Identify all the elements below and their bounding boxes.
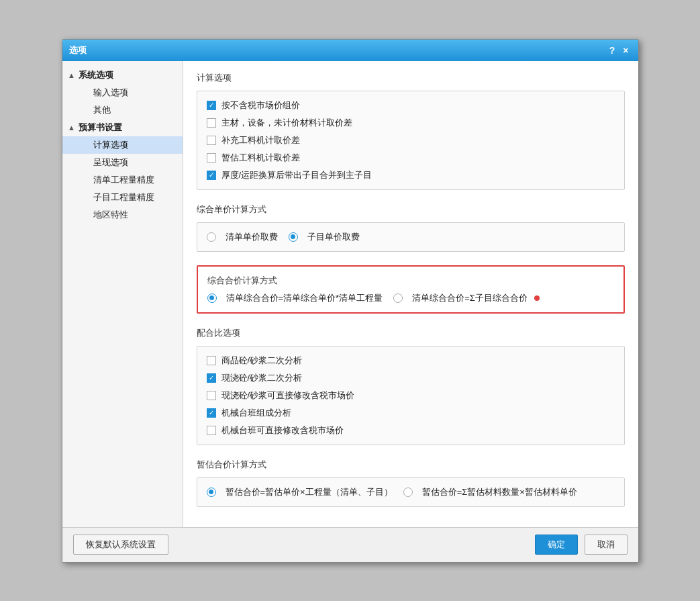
title-bar: 选项 ? × <box>62 40 638 61</box>
checkbox-tax-free-price[interactable] <box>207 101 216 110</box>
sidebar-label-calc-options: 计算选项 <box>93 139 128 151</box>
prov-radio-label-prov-formula1: 暂估合价=暂估单价×工程量（清单、子目） <box>226 486 393 498</box>
mix-checkbox-site-concrete[interactable] <box>207 373 216 383</box>
radio-label-sub-unit-price: 子目单价取费 <box>307 231 360 243</box>
radio-label-total-formula1: 清单综合合价=清单综合单价*清单工程量 <box>226 292 383 304</box>
sidebar: ▲系统选项输入选项其他▲预算书设置计算选项呈现选项清单工程量精度子目工程量精度地… <box>62 61 183 527</box>
sidebar-item-calc-options[interactable]: 计算选项 <box>62 136 183 154</box>
ok-button[interactable]: 确定 <box>535 535 578 555</box>
radio-list-unit-price[interactable] <box>207 232 216 242</box>
tree-arrow-budget-settings: ▲ <box>68 124 76 132</box>
radio-total-formula2[interactable] <box>393 293 403 303</box>
checkbox-row-supplement-diff[interactable]: 补充工料机计取价差 <box>207 134 615 146</box>
unit-price-box: 清单单价取费子目单价取费 <box>197 222 625 252</box>
sidebar-item-list-qty-precision[interactable]: 清单工程量精度 <box>62 171 183 189</box>
checkbox-row-main-material-diff[interactable]: 主材，设备，未计价材料计取价差 <box>207 117 615 129</box>
provisional-title: 暂估合价计算方式 <box>197 459 625 471</box>
help-button[interactable]: ? <box>607 45 618 56</box>
mix-checkbox-commercial-concrete[interactable] <box>207 356 216 365</box>
unit-price-radios: 清单单价取费子目单价取费 <box>207 231 615 243</box>
checkbox-row-tax-free-price[interactable]: 按不含税市场价组价 <box>207 99 615 111</box>
radio-item-total-formula1[interactable]: 清单综合合价=清单综合单价*清单工程量 <box>207 292 383 304</box>
calc-options-section: 计算选项 按不含税市场价组价主材，设备，未计价材料计取价差补充工料机计取价差暂估… <box>197 72 625 190</box>
cancel-button[interactable]: 取消 <box>585 535 628 555</box>
sidebar-label-budget-settings: 预算书设置 <box>79 122 122 134</box>
close-button[interactable]: × <box>620 45 631 56</box>
mix-checkbox-label-site-concrete: 现浇砼/砂浆二次分析 <box>221 372 303 384</box>
mix-checkbox-label-site-modify: 现浇砼/砂浆可直接修改含税市场价 <box>221 389 355 402</box>
prov-radio-item-prov-formula1[interactable]: 暂估合价=暂估单价×工程量（清单、子目） <box>207 486 393 498</box>
sidebar-label-display-options: 呈现选项 <box>93 156 128 169</box>
red-dot-indicator <box>534 295 540 301</box>
dialog-body: ▲系统选项输入选项其他▲预算书设置计算选项呈现选项清单工程量精度子目工程量精度地… <box>62 61 638 527</box>
mix-ratio-box: 商品砼/砂浆二次分析现浇砼/砂浆二次分析现浇砼/砂浆可直接修改含税市场价机械台班… <box>197 346 625 445</box>
mix-checkbox-row-machine-modify[interactable]: 机械台班可直接修改含税市场价 <box>207 424 615 436</box>
dialog-title: 选项 <box>69 44 87 56</box>
checkbox-supplement-diff[interactable] <box>207 136 216 145</box>
sidebar-label-sys-options: 系统选项 <box>79 69 113 81</box>
tree-arrow-sys-options: ▲ <box>68 71 76 79</box>
total-price-box: 综合合价计算方式 清单综合合价=清单综合单价*清单工程量清单综合合价=Σ子目综合… <box>197 265 625 314</box>
calc-options-title: 计算选项 <box>197 72 625 84</box>
checkbox-label-main-material-diff: 主材，设备，未计价材料计取价差 <box>221 117 352 129</box>
options-dialog: 选项 ? × ▲系统选项输入选项其他▲预算书设置计算选项呈现选项清单工程量精度子… <box>62 39 639 563</box>
mix-ratio-section: 配合比选项 商品砼/砂浆二次分析现浇砼/砂浆二次分析现浇砼/砂浆可直接修改含税市… <box>197 327 625 445</box>
unit-price-title: 综合单价计算方式 <box>197 203 625 216</box>
prov-radio-prov-formula2[interactable] <box>403 488 413 497</box>
sidebar-item-region-traits[interactable]: 地区特性 <box>62 206 183 224</box>
mix-checkbox-label-commercial-concrete: 商品砼/砂浆二次分析 <box>221 355 303 367</box>
checkbox-label-supplement-diff: 补充工料机计取价差 <box>221 134 300 146</box>
total-price-title: 综合合价计算方式 <box>207 275 614 287</box>
prov-radio-item-prov-formula2[interactable]: 暂估合价=Σ暂估材料数量×暂估材料单价 <box>403 486 577 498</box>
mix-checkbox-row-site-modify[interactable]: 现浇砼/砂浆可直接修改含税市场价 <box>207 389 615 402</box>
checkbox-thickness-merge[interactable] <box>207 171 216 180</box>
mix-checkbox-machine-shift[interactable] <box>207 408 216 418</box>
total-price-section: 综合合价计算方式 清单综合合价=清单综合单价*清单工程量清单综合合价=Σ子目综合… <box>197 265 625 314</box>
mix-checkbox-site-modify[interactable] <box>207 391 216 400</box>
checkbox-row-temp-diff[interactable]: 暂估工料机计取价差 <box>207 152 615 164</box>
total-price-radios: 清单综合合价=清单综合单价*清单工程量清单综合合价=Σ子目综合合价 <box>207 292 614 304</box>
radio-item-sub-unit-price[interactable]: 子目单价取费 <box>289 231 360 243</box>
radio-sub-unit-price[interactable] <box>289 232 298 242</box>
mix-checkbox-label-machine-modify: 机械台班可直接修改含税市场价 <box>221 424 344 436</box>
unit-price-section: 综合单价计算方式 清单单价取费子目单价取费 <box>197 203 625 252</box>
radio-item-total-formula2[interactable]: 清单综合合价=Σ子目综合合价 <box>393 292 540 304</box>
sidebar-label-sub-qty-precision: 子目工程量精度 <box>93 191 154 203</box>
title-bar-buttons: ? × <box>607 45 632 56</box>
prov-radio-prov-formula1[interactable] <box>207 488 216 497</box>
restore-button[interactable]: 恢复默认系统设置 <box>73 535 168 555</box>
sidebar-item-other[interactable]: 其他 <box>62 101 183 119</box>
content-area: 计算选项 按不含税市场价组价主材，设备，未计价材料计取价差补充工料机计取价差暂估… <box>183 61 638 527</box>
sidebar-item-display-options[interactable]: 呈现选项 <box>62 154 183 171</box>
checkbox-label-temp-diff: 暂估工料机计取价差 <box>221 152 300 164</box>
mix-checkbox-machine-modify[interactable] <box>207 426 216 435</box>
sidebar-item-sys-options[interactable]: ▲系统选项 <box>62 66 183 84</box>
radio-label-list-unit-price: 清单单价取费 <box>226 231 278 243</box>
radio-item-list-unit-price[interactable]: 清单单价取费 <box>207 231 278 243</box>
prov-radio-label-prov-formula2: 暂估合价=Σ暂估材料数量×暂估材料单价 <box>422 486 577 498</box>
sidebar-label-input-options: 输入选项 <box>93 87 128 99</box>
checkbox-label-thickness-merge: 厚度/运距换算后带出子目合并到主子目 <box>221 169 372 181</box>
calc-options-box: 按不含税市场价组价主材，设备，未计价材料计取价差补充工料机计取价差暂估工料机计取… <box>197 91 625 190</box>
provisional-section: 暂估合价计算方式 暂估合价=暂估单价×工程量（清单、子目）暂估合价=Σ暂估材料数… <box>197 459 625 507</box>
footer: 恢复默认系统设置 确定 取消 <box>62 527 638 562</box>
checkbox-row-thickness-merge[interactable]: 厚度/运距换算后带出子目合并到主子目 <box>207 169 615 181</box>
provisional-box: 暂估合价=暂估单价×工程量（清单、子目）暂估合价=Σ暂估材料数量×暂估材料单价 <box>197 477 625 507</box>
sidebar-label-list-qty-precision: 清单工程量精度 <box>93 174 154 186</box>
footer-right: 确定 取消 <box>535 535 628 555</box>
mix-checkbox-row-machine-shift[interactable]: 机械台班组成分析 <box>207 407 615 419</box>
mix-checkbox-label-machine-shift: 机械台班组成分析 <box>221 407 291 419</box>
radio-total-formula1[interactable] <box>207 293 217 303</box>
sidebar-label-region-traits: 地区特性 <box>93 209 128 221</box>
checkbox-temp-diff[interactable] <box>207 153 216 163</box>
checkbox-main-material-diff[interactable] <box>207 118 216 128</box>
sidebar-label-other: 其他 <box>93 104 111 116</box>
mix-checkbox-row-commercial-concrete[interactable]: 商品砼/砂浆二次分析 <box>207 355 615 367</box>
radio-label-total-formula2: 清单综合合价=Σ子目综合合价 <box>412 292 528 304</box>
sidebar-item-budget-settings[interactable]: ▲预算书设置 <box>62 119 183 136</box>
mix-checkbox-row-site-concrete[interactable]: 现浇砼/砂浆二次分析 <box>207 372 615 384</box>
sidebar-item-input-options[interactable]: 输入选项 <box>62 84 183 101</box>
checkbox-label-tax-free-price: 按不含税市场价组价 <box>221 99 300 111</box>
sidebar-item-sub-qty-precision[interactable]: 子目工程量精度 <box>62 189 183 206</box>
mix-ratio-title: 配合比选项 <box>197 327 625 339</box>
